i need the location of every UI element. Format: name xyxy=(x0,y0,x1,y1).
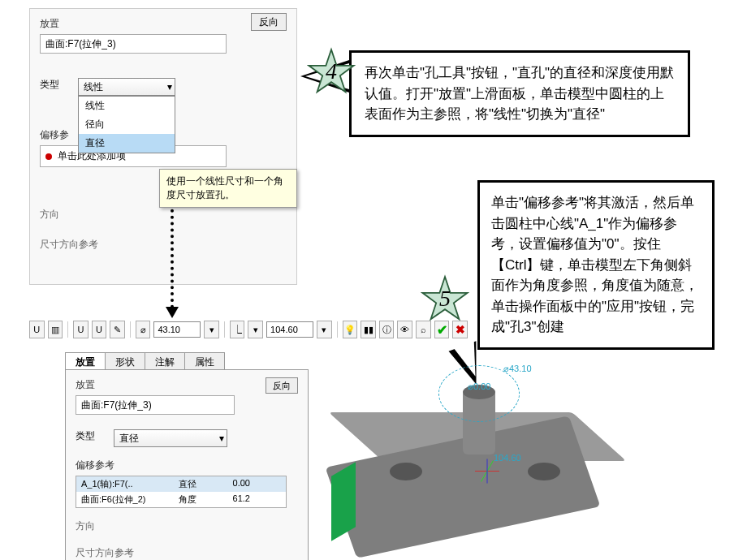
placement-input-b[interactable] xyxy=(76,395,235,415)
dim-ref-label-b: 尺寸方向参考 xyxy=(76,546,298,560)
hole-2[interactable] xyxy=(528,463,560,480)
offset-ref-table[interactable]: A_1(轴):F7(.. 直径 0.00 曲面:F6(拉伸_2) 角度 61.2 xyxy=(76,476,287,508)
hole-simple-icon[interactable]: U xyxy=(29,321,45,338)
hole-profile-icon[interactable]: U xyxy=(92,321,107,338)
light-icon[interactable]: 💡 xyxy=(343,321,358,338)
flip-button[interactable]: 反向 xyxy=(251,13,287,31)
pause-icon[interactable]: ▮▮ xyxy=(361,321,376,338)
chevron-down-icon: ▾ xyxy=(167,81,172,93)
type-value-b: 直径 xyxy=(119,433,139,444)
step-star-5: 5 xyxy=(421,274,469,323)
diameter-icon: ⌀ xyxy=(136,321,151,338)
depth-type-icon[interactable]: ⎿ xyxy=(230,321,245,338)
sketch-icon[interactable]: ✎ xyxy=(110,321,125,338)
model-viewport[interactable]: ⌀43.10 ⌀0.00 104.60 xyxy=(317,357,609,552)
hole-1[interactable] xyxy=(390,463,422,480)
annotation-depth: 104.60 xyxy=(494,453,521,463)
table-row: A_1(轴):F7(.. 直径 0.00 xyxy=(76,476,286,492)
type-dropdown-b[interactable]: 直径 ▾ xyxy=(114,429,227,447)
offset-label-b: 偏移参考 xyxy=(76,459,298,472)
type-tooltip: 使用一个线性尺寸和一个角度尺寸放置孔。 xyxy=(159,169,297,208)
dim-ref-label: 尺寸方向参考 xyxy=(40,238,287,252)
type-value: 线性 xyxy=(84,81,103,93)
dotted-arrow xyxy=(171,203,174,308)
direction-label-b: 方向 xyxy=(76,519,298,533)
step-4-number: 4 xyxy=(307,47,356,96)
cancel-button[interactable]: ✖ xyxy=(452,321,468,338)
table-row: 曲面:F6(拉伸_2) 角度 61.2 xyxy=(76,492,286,507)
step-star-4: 4 xyxy=(307,47,356,96)
warning-dot-icon xyxy=(45,153,52,160)
placement-label-b: 放置 xyxy=(76,378,298,392)
type-label-b: 类型 xyxy=(76,429,111,443)
type-dropdown-list: 线性 径向 直径 xyxy=(78,96,175,153)
callout-5: 单击"偏移参考"将其激活，然后单击圆柱中心线"A_1"作为偏移参考，设置偏移值为… xyxy=(477,180,715,350)
depth-input[interactable] xyxy=(266,321,313,338)
ref-name-0[interactable]: A_1(轴):F7(.. xyxy=(76,476,174,492)
apply-button[interactable]: ✔ xyxy=(434,321,450,338)
placement-input[interactable] xyxy=(40,34,227,54)
depth-chevron2-icon[interactable]: ▾ xyxy=(317,321,332,338)
placement-label: 放置 xyxy=(40,17,287,31)
annotation-diameter: ⌀43.10 xyxy=(503,364,532,374)
placement-panel-top: 放置 反向 类型 线性 ▾ 线性 径向 直径 偏移参 单击此处添加项 方向 尺寸… xyxy=(29,8,297,285)
ref-value-1[interactable]: 61.2 xyxy=(214,492,255,507)
eye-icon[interactable]: ⌕ xyxy=(416,321,431,338)
diameter-input[interactable] xyxy=(153,321,201,338)
direction-label: 方向 xyxy=(40,208,287,222)
type-label: 类型 xyxy=(40,78,76,92)
type-option-linear[interactable]: 线性 xyxy=(79,97,175,115)
type-option-diameter[interactable]: 直径 xyxy=(79,134,175,153)
hole-u-icon[interactable]: U xyxy=(73,321,89,338)
ref-mode-0[interactable]: 直径 xyxy=(174,476,214,492)
info-icon[interactable]: ⓘ xyxy=(379,321,395,338)
annotation-zero: ⌀0.00 xyxy=(468,381,490,392)
placement-panel-bottom: 放置 反向 类型 直径 ▾ 偏移参考 A_1(轴):F7(.. 直径 0.00 … xyxy=(65,369,309,560)
ref-mode-1[interactable]: 角度 xyxy=(174,492,214,507)
depth-chevron-icon[interactable]: ▾ xyxy=(248,321,263,338)
step-5-number: 5 xyxy=(421,274,469,323)
hole-toolbar: U ▥ U U ✎ ⌀ ▾ ⎿ ▾ ▾ 💡 ▮▮ ⓘ 👁 ⌕ ✔ ✖ xyxy=(29,318,468,341)
callout-4: 再次单击"孔工具"按钮，"直孔"的直径和深度使用默认值。打开"放置"上滑面板，单… xyxy=(349,50,690,137)
axis-z-icon xyxy=(487,459,488,484)
flip-button-b[interactable]: 反向 xyxy=(266,377,298,394)
diameter-chevron-icon[interactable]: ▾ xyxy=(204,321,219,338)
type-option-radial[interactable]: 径向 xyxy=(79,115,175,134)
ref-value-0[interactable]: 0.00 xyxy=(214,476,255,492)
type-dropdown[interactable]: 线性 ▾ xyxy=(78,78,175,96)
chevron-down-icon: ▾ xyxy=(219,433,224,444)
hole-standard-icon[interactable]: ▥ xyxy=(48,321,63,338)
ref-name-1[interactable]: 曲面:F6(拉伸_2) xyxy=(76,492,174,507)
preview-icon[interactable]: 👁 xyxy=(397,321,412,338)
